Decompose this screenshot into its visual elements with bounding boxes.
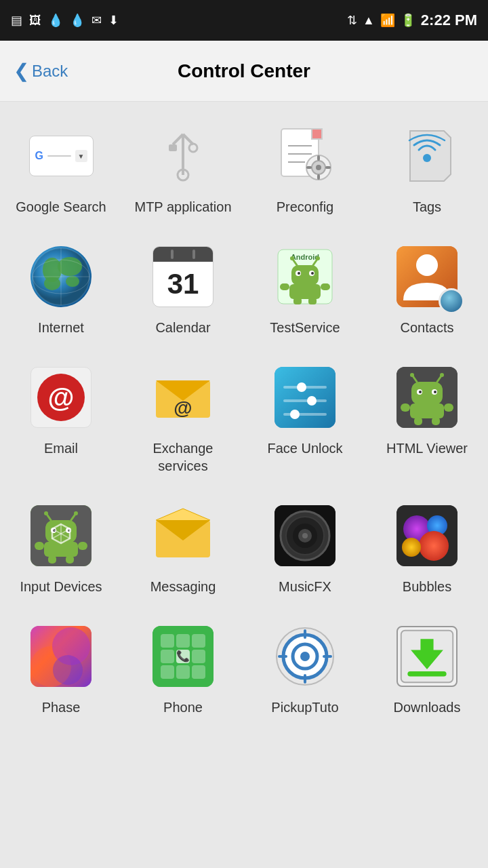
internet-label: Internet: [38, 319, 84, 336]
app-item-google-search[interactable]: G ▼ Google Search: [0, 108, 122, 229]
back-button[interactable]: ❮ Back: [14, 60, 68, 82]
status-time: 2:22 PM: [421, 12, 477, 29]
svg-rect-56: [411, 382, 443, 405]
battery-icon: 🔋: [401, 13, 415, 28]
calendar-icon: 31: [149, 243, 217, 311]
svg-rect-66: [414, 417, 422, 425]
app-item-calendar[interactable]: 31 Calendar: [122, 229, 244, 350]
app-item-downloads[interactable]: Downloads: [366, 609, 488, 730]
pickuptuto-label: PickupTuto: [271, 698, 338, 716]
svg-rect-114: [192, 650, 205, 663]
mtp-application-icon: [149, 122, 217, 190]
svg-rect-84: [78, 542, 87, 550]
svg-point-59: [419, 391, 422, 393]
status-right-icons: ⇅ ▲ 📶 🔋 2:22 PM: [347, 12, 477, 29]
app-item-tags[interactable]: Tags: [366, 108, 488, 229]
svg-rect-48: [274, 367, 336, 428]
back-chevron-icon: ❮: [14, 60, 29, 82]
app-item-mtp-application[interactable]: MTP application: [122, 108, 244, 229]
app-item-html-viewer[interactable]: HTML Viewer: [366, 350, 488, 488]
svg-rect-125: [323, 655, 332, 658]
app-item-internet[interactable]: Internet: [0, 229, 122, 350]
musicfx-icon: [271, 502, 339, 570]
svg-rect-40: [293, 298, 302, 304]
svg-rect-16: [306, 166, 312, 169]
app-item-messaging[interactable]: Messaging: [122, 488, 244, 609]
svg-rect-39: [289, 284, 321, 299]
downloads-icon: [393, 623, 461, 690]
svg-point-33: [298, 272, 300, 275]
google-search-icon: G ▼: [27, 122, 95, 190]
svg-rect-7: [312, 129, 322, 139]
svg-text:📞: 📞: [176, 650, 190, 663]
svg-rect-30: [291, 265, 319, 285]
tags-icon: [393, 122, 461, 190]
svg-rect-67: [432, 417, 440, 425]
email-icon: @: [27, 363, 95, 431]
image-icon: 🖼: [29, 14, 41, 28]
app-item-phone[interactable]: 📞 Phone: [122, 609, 244, 730]
bubbles-icon: [393, 502, 461, 570]
svg-point-21: [44, 277, 60, 290]
svg-rect-116: [176, 665, 190, 679]
app-item-input-devices[interactable]: Input Devices: [0, 488, 122, 609]
svg-rect-82: [66, 555, 74, 564]
svg-point-52: [307, 396, 317, 406]
app-item-testservice[interactable]: Android: [244, 229, 366, 350]
face-unlock-icon: [271, 363, 339, 431]
exchange-services-icon: @: [149, 363, 217, 431]
svg-point-64: [440, 373, 444, 377]
svg-rect-110: [192, 634, 205, 648]
storage-icon: ▤: [11, 13, 22, 28]
phone-label: Phone: [163, 698, 203, 716]
svg-point-4: [189, 144, 197, 152]
app-item-exchange-services[interactable]: @ Exchange services: [122, 350, 244, 488]
svg-point-121: [300, 652, 310, 661]
mtp-application-label: MTP application: [134, 198, 231, 216]
svg-text:Android: Android: [291, 253, 319, 261]
page-title: Control Center: [178, 60, 310, 82]
svg-point-45: [416, 254, 438, 276]
downloads-label: Downloads: [394, 698, 461, 716]
tags-label: Tags: [413, 198, 441, 216]
svg-rect-41: [308, 298, 317, 304]
svg-point-102: [402, 538, 421, 557]
usb-icon: ⇅: [347, 13, 357, 28]
google-search-label: Google Search: [16, 198, 106, 216]
svg-point-38: [316, 256, 320, 260]
testservice-label: TestService: [270, 319, 340, 336]
svg-point-50: [297, 382, 306, 392]
contacts-icon: [393, 243, 461, 311]
app-item-preconfig[interactable]: Preconfig: [244, 108, 366, 229]
svg-rect-69: [444, 403, 453, 412]
app-item-contacts[interactable]: Contacts: [366, 229, 488, 350]
svg-rect-3: [169, 144, 177, 151]
testservice-icon: Android: [271, 243, 339, 311]
svg-rect-65: [410, 403, 444, 418]
svg-point-60: [434, 391, 436, 393]
phase-label: Phase: [42, 698, 81, 716]
app-item-face-unlock[interactable]: Face Unlock: [244, 350, 366, 488]
svg-point-23: [66, 276, 79, 287]
app-item-email[interactable]: @ Email: [0, 350, 122, 488]
svg-point-95: [302, 533, 308, 538]
svg-point-106: [53, 655, 83, 685]
app-item-musicfx[interactable]: MusicFX: [244, 488, 366, 609]
svg-rect-111: [161, 650, 174, 663]
phase-icon: [27, 623, 95, 690]
svg-rect-14: [317, 155, 320, 161]
bubbles-label: Bubbles: [403, 578, 451, 595]
internet-icon: [27, 243, 95, 311]
app-item-pickuptuto[interactable]: PickupTuto: [244, 609, 366, 730]
svg-rect-15: [317, 174, 320, 180]
musicfx-label: MusicFX: [279, 578, 331, 595]
svg-point-13: [316, 165, 321, 170]
status-bar: ▤ 🖼 💧 💧 ✉ ⬇ ⇅ ▲ 📶 🔋 2:22 PM: [0, 0, 488, 41]
svg-rect-17: [325, 166, 331, 169]
input-devices-label: Input Devices: [20, 578, 102, 595]
app-item-phase[interactable]: Phase: [0, 609, 122, 730]
drop1-icon: 💧: [48, 13, 63, 28]
app-item-bubbles[interactable]: Bubbles: [366, 488, 488, 609]
svg-point-78: [44, 511, 48, 515]
exchange-services-label: Exchange services: [127, 439, 239, 475]
